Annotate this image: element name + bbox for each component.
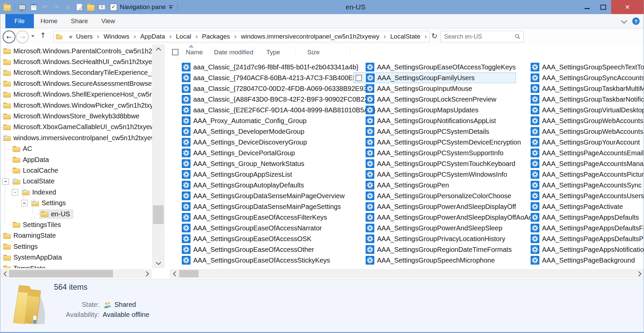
list-horizontal-scrollbar[interactable] bbox=[170, 269, 644, 278]
file-item[interactable]: AAA_Settings_DeviceDiscoveryGroup bbox=[170, 137, 354, 148]
tree-item[interactable]: Settings bbox=[0, 198, 152, 208]
tree-item-selected[interactable]: en-US bbox=[39, 209, 73, 219]
file-item[interactable]: AAA_SettingsPageAccountsManage bbox=[519, 158, 644, 169]
file-item[interactable]: AAA_SettingsGroupPersonalizeColorChoose bbox=[354, 190, 519, 201]
scroll-right-button[interactable] bbox=[142, 269, 152, 278]
breadcrumb-segment[interactable]: Packages bbox=[201, 33, 230, 40]
file-item[interactable]: AAA_SettingsGroupPen bbox=[354, 180, 519, 190]
properties-icon[interactable] bbox=[30, 3, 38, 11]
tab-share[interactable]: Share bbox=[64, 14, 95, 28]
file-item[interactable]: AAA_SettingsGroupSpeechTextToSpeech bbox=[519, 62, 644, 72]
collapse-expander-icon[interactable] bbox=[2, 178, 9, 185]
breadcrumb-segment[interactable]: LocalState bbox=[390, 33, 421, 40]
tree-item[interactable]: TempState bbox=[0, 263, 152, 268]
up-button[interactable]: ↑ bbox=[40, 31, 46, 40]
file-item[interactable]: AAA_SettingsPageAccountsPicture bbox=[519, 169, 644, 180]
navigation-pane-checkbox[interactable]: ✓ bbox=[110, 4, 117, 11]
header-separator[interactable] bbox=[350, 46, 351, 56]
breadcrumb-segment[interactable]: Windows bbox=[103, 33, 130, 40]
header-separator[interactable] bbox=[296, 46, 296, 56]
file-item[interactable]: AAA_SettingsGroupVirtualDesktops bbox=[519, 105, 644, 115]
tree-item[interactable]: RoamingState bbox=[0, 230, 152, 241]
file-item[interactable]: AAA_SettingsGroupDataSenseMainPageOvervi… bbox=[170, 190, 354, 201]
tree-item[interactable]: Indexed bbox=[0, 187, 152, 198]
restore-button[interactable] bbox=[595, 0, 611, 14]
file-item[interactable]: AAA_SettingsPageAppsDefaultsFileExtensio… bbox=[519, 223, 644, 233]
file-item[interactable]: AAA_Settings_Group_NetworkStatus bbox=[170, 158, 354, 169]
tree-item[interactable]: Microsoft.Windows.SecondaryTileExperienc… bbox=[0, 67, 152, 78]
tree-item[interactable]: Microsoft.Windows.ParentalControls_cw5n1… bbox=[0, 46, 152, 56]
file-item[interactable]: AAA_SettingsGroupEaseOfAccessOSK bbox=[170, 233, 354, 244]
file-item[interactable]: AAA_SettingsGroupPowerAndSleepDisplayOff bbox=[354, 201, 519, 212]
remote-computer-icon[interactable] bbox=[18, 3, 26, 11]
tab-view[interactable]: View bbox=[95, 14, 122, 28]
close-button[interactable]: × bbox=[611, 0, 644, 14]
breadcrumb-chevron-icon[interactable]: › bbox=[192, 33, 201, 40]
file-item[interactable]: AAA_SettingsPageActivate bbox=[519, 201, 644, 212]
tree-item[interactable]: Microsoft.XboxGameCallableUI_cw5n1h2txye… bbox=[0, 122, 152, 132]
scroll-left-button[interactable] bbox=[170, 269, 180, 278]
tree-item[interactable]: Microsoft.WindowsStore_8wekyb3d8bbwe bbox=[0, 111, 152, 121]
tree-item[interactable]: LocalState bbox=[0, 176, 152, 187]
file-item[interactable]: AAA_SettingsPageAccountsEmailApp bbox=[519, 148, 644, 158]
tree-item[interactable]: en-US bbox=[0, 209, 152, 219]
file-item[interactable]: aaa_Classic_{241d7c96-f8bf-4f85-b01f-e2b… bbox=[170, 62, 354, 72]
file-item[interactable]: AAA_SettingsGroupSyncAccounts bbox=[519, 72, 644, 83]
file-item[interactable]: AAA_SettingsGroupTaskbarMultiMon bbox=[519, 83, 644, 94]
breadcrumb-chevron-icon[interactable]: › bbox=[380, 33, 389, 40]
tree-item[interactable]: AppData bbox=[0, 154, 152, 165]
column-header-date-modified[interactable]: Date modified bbox=[214, 49, 253, 56]
forward-button[interactable]: → bbox=[16, 31, 29, 43]
file-item[interactable]: aaa_Classic_{E2E2F6CF-9D1A-4004-8999-8AB… bbox=[170, 105, 354, 115]
collapse-expander-icon[interactable] bbox=[21, 200, 28, 206]
tree-item[interactable]: Microsoft.Windows.SecHealthUI_cw5n1h2txy… bbox=[0, 56, 152, 67]
file-item[interactable]: AAA_SettingsGroupWebAccounts bbox=[519, 115, 644, 126]
tree-item[interactable]: SystemAppData bbox=[0, 252, 152, 263]
file-item[interactable]: AAA_SettingsPageBackground bbox=[519, 255, 644, 266]
file-item[interactable]: AAA_SettingsGroupNotificationsAppList bbox=[354, 115, 519, 126]
breadcrumb-chevron-icon[interactable]: › bbox=[166, 33, 175, 40]
file-item[interactable]: AAA_SettingsGroupEaseOfAccessStickyKeys bbox=[170, 255, 354, 266]
file-item[interactable]: AAA_SettingsGroupTaskbarNotificationArea bbox=[519, 94, 644, 105]
breadcrumb-chevron-icon[interactable]: › bbox=[231, 33, 240, 40]
scroll-up-button[interactable] bbox=[152, 44, 165, 54]
file-item[interactable]: AAA_SettingsGroupEaseOfAccessFilterKeys bbox=[170, 212, 354, 223]
file-item-selected[interactable]: AAA_SettingsGroupFamilyUsers bbox=[354, 72, 516, 83]
tree-item[interactable]: windows.immersivecontrolpanel_cw5n1h2txy… bbox=[0, 132, 152, 143]
file-item[interactable]: AAA_SettingsGroupRegionDateTimeFormats bbox=[354, 244, 519, 255]
redo-icon[interactable]: ↷ bbox=[52, 3, 60, 11]
file-item[interactable]: aaa_Classic_{7940ACF8-60BA-4213-A7C3-F3B… bbox=[170, 72, 354, 83]
file-item[interactable]: AAA_SettingsGroupAppSizesList bbox=[170, 169, 354, 180]
file-item[interactable]: AAA_SettingsGroupPCSystemWindowsInfo bbox=[354, 169, 519, 180]
tree-item[interactable]: Microsoft.Windows.ShellExperienceHost_cw… bbox=[0, 89, 152, 100]
breadcrumb-chevron-icon[interactable]: › bbox=[130, 33, 140, 40]
expand-ribbon-icon[interactable] bbox=[621, 17, 627, 23]
column-header-name[interactable]: Name bbox=[186, 49, 203, 56]
file-item[interactable]: AAA_SettingsGroupPowerAndSleepSleep bbox=[354, 223, 519, 233]
file-item[interactable]: AAA_SettingsPageAccountsSync bbox=[519, 180, 644, 190]
tree-item[interactable]: LocalCache bbox=[0, 165, 152, 176]
file-item[interactable]: AAA_SettingsGroupPrivacyLocationHistory bbox=[354, 233, 519, 244]
file-item[interactable]: AAA_SettingsGroupEaseOfAccessToggleKeys bbox=[354, 62, 519, 72]
file-item[interactable]: AAA_Settings_DevicePortalGroup bbox=[170, 148, 354, 158]
breadcrumb-chevron-icon[interactable]: › bbox=[93, 33, 103, 40]
file-item[interactable]: AAA_SettingsPageAccountsUsers bbox=[519, 190, 644, 201]
item-checkbox[interactable] bbox=[356, 75, 362, 81]
file-item[interactable]: AAA_SettingsGroupPowerAndSleepDisplayOff… bbox=[354, 212, 519, 223]
collapse-expander-icon[interactable] bbox=[12, 189, 18, 196]
file-item[interactable]: AAA_SettingsPageAppsDefaultsProtocols bbox=[519, 233, 644, 244]
undo-icon[interactable]: ↶ bbox=[41, 3, 49, 11]
file-item[interactable]: AAA_SettingsGroupWebAccounts-2 bbox=[519, 126, 644, 137]
search-input[interactable]: Search en-US bbox=[441, 33, 515, 40]
search-box[interactable]: Search en-US bbox=[440, 31, 524, 42]
help-icon[interactable]: ? bbox=[632, 17, 640, 25]
breadcrumb-segment[interactable]: AppData bbox=[140, 33, 166, 40]
recent-locations-icon[interactable] bbox=[31, 35, 35, 37]
scrollbar-thumb[interactable] bbox=[9, 270, 113, 277]
file-item[interactable]: AAA_SettingsGroupLockScreenPreview bbox=[354, 94, 519, 105]
breadcrumb-chevron-icon[interactable]: › bbox=[421, 33, 430, 40]
new-folder-icon[interactable] bbox=[87, 3, 95, 11]
file-item[interactable]: aaa_Classic_{728047C0-00D2-4FDB-A069-063… bbox=[170, 83, 354, 94]
scrollbar-thumb[interactable] bbox=[153, 205, 164, 224]
explorer-app-icon[interactable] bbox=[3, 3, 11, 11]
